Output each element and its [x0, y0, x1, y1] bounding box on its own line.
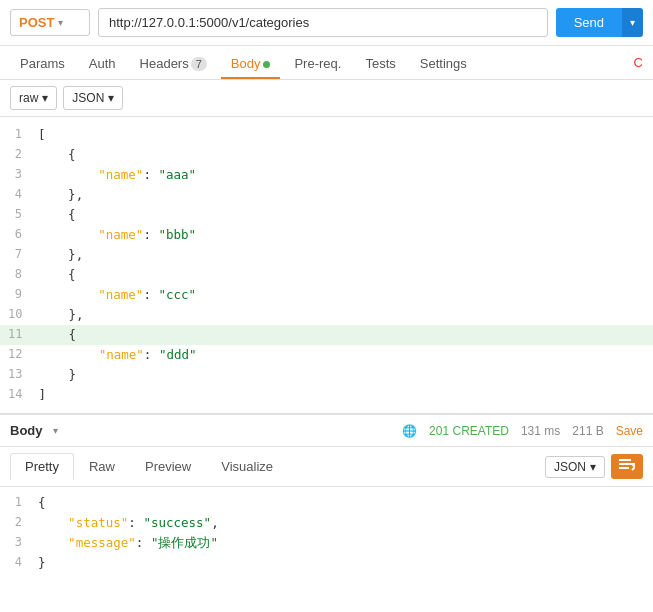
status-badge: 201 CREATED [429, 424, 509, 438]
resp-line-2: 2 "status": "success", [0, 513, 653, 533]
response-time: 131 ms [521, 424, 560, 438]
code-line-10: 10 }, [0, 305, 653, 325]
tab-body[interactable]: Body [221, 46, 281, 79]
response-body-editor: 1 { 2 "status": "success", 3 "message": … [0, 487, 653, 579]
svg-rect-2 [619, 467, 629, 469]
resp-line-1: 1 { [0, 493, 653, 513]
code-line-11: 11 { [0, 325, 653, 345]
body-dot [263, 61, 270, 68]
code-line-8: 8 { [0, 265, 653, 285]
resp-line-3: 3 "message": "操作成功" [0, 533, 653, 553]
response-bar: Body ▾ 🌐 201 CREATED 131 ms 211 B Save [0, 415, 653, 447]
tab-prereq[interactable]: Pre-req. [284, 46, 351, 79]
request-tabs: Params Auth Headers7 Body Pre-req. Tests… [0, 46, 653, 80]
resp-tab-raw[interactable]: Raw [74, 453, 130, 480]
method-dropdown-arrow: ▾ [58, 17, 63, 28]
code-line-7: 7 }, [0, 245, 653, 265]
code-line-4: 4 }, [0, 185, 653, 205]
code-line-12: 12 "name": "ddd" [0, 345, 653, 365]
request-body-editor[interactable]: 1 [ 2 { 3 "name": "aaa" 4 }, 5 { 6 "name… [0, 117, 653, 415]
resp-tab-pretty[interactable]: Pretty [10, 453, 74, 480]
tab-settings[interactable]: Settings [410, 46, 477, 79]
resp-wrap-button[interactable] [611, 454, 643, 479]
wrap-icon [619, 458, 635, 472]
cancel-indicator: C [634, 55, 643, 70]
method-dropdown[interactable]: POST ▾ [10, 9, 90, 36]
response-dropdown-arrow[interactable]: ▾ [53, 425, 58, 436]
tab-params[interactable]: Params [10, 46, 75, 79]
top-bar: POST ▾ Send ▾ [0, 0, 653, 46]
code-line-6: 6 "name": "bbb" [0, 225, 653, 245]
headers-badge: 7 [191, 57, 207, 71]
code-line-3: 3 "name": "aaa" [0, 165, 653, 185]
resp-tab-visualize[interactable]: Visualize [206, 453, 288, 480]
tab-auth[interactable]: Auth [79, 46, 126, 79]
save-response-button[interactable]: Save [616, 424, 643, 438]
body-sub-toolbar: raw ▾ JSON ▾ [0, 80, 653, 117]
code-line-1: 1 [ [0, 125, 653, 145]
code-line-14: 14 ] [0, 385, 653, 405]
resp-tab-preview[interactable]: Preview [130, 453, 206, 480]
tab-headers[interactable]: Headers7 [130, 46, 217, 79]
response-meta: 🌐 201 CREATED 131 ms 211 B Save [402, 424, 643, 438]
method-label: POST [19, 15, 54, 30]
raw-dropdown-arrow: ▾ [42, 91, 48, 105]
code-line-2: 2 { [0, 145, 653, 165]
resp-line-4: 4 } [0, 553, 653, 573]
code-line-13: 13 } [0, 365, 653, 385]
resp-format-section: JSON ▾ [545, 454, 643, 479]
json-dropdown-arrow: ▾ [108, 91, 114, 105]
raw-button[interactable]: raw ▾ [10, 86, 57, 110]
globe-icon: 🌐 [402, 424, 417, 438]
send-dropdown-button[interactable]: ▾ [622, 8, 643, 37]
resp-format-arrow: ▾ [590, 460, 596, 474]
resp-format-dropdown[interactable]: JSON ▾ [545, 456, 605, 478]
code-line-9: 9 "name": "ccc" [0, 285, 653, 305]
url-input[interactable] [98, 8, 548, 37]
svg-rect-0 [619, 459, 631, 461]
response-body-label: Body [10, 423, 43, 438]
response-size: 211 B [572, 424, 603, 438]
send-button[interactable]: Send [556, 8, 622, 37]
response-tabs: Pretty Raw Preview Visualize JSON ▾ [0, 447, 653, 487]
tab-tests[interactable]: Tests [355, 46, 405, 79]
json-format-button[interactable]: JSON ▾ [63, 86, 123, 110]
send-btn-group: Send ▾ [556, 8, 643, 37]
code-line-5: 5 { [0, 205, 653, 225]
